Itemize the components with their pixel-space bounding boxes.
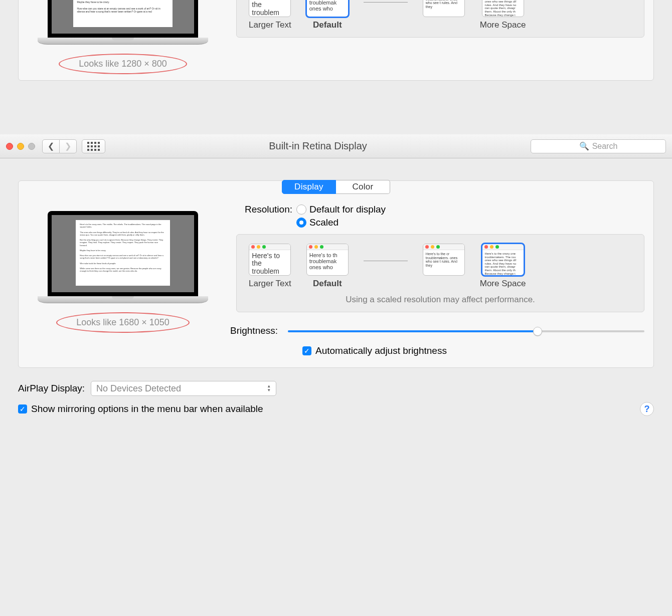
- display-preview: Here's to the crazy ones. The misfits. T…: [48, 0, 198, 45]
- checkbox-mirroring[interactable]: ✓: [18, 404, 27, 414]
- scale-panel: Here's to the troublem Larger Text Here'…: [236, 0, 644, 38]
- scale-panel: Here's to the troublem Larger Text Here'…: [236, 234, 644, 312]
- upper-window-fragment: Here's to the crazy ones. The misfits. T…: [0, 0, 672, 134]
- scale-option-more-1[interactable]: Here's to the cr troublemakers. ones who…: [423, 244, 465, 276]
- window-controls: [6, 143, 35, 150]
- scale-option-more-space[interactable]: Here's to the crazy one troublemakers. T…: [482, 0, 524, 17]
- help-button[interactable]: ?: [640, 402, 654, 416]
- auto-brightness-label: Automatically adjust brightness: [315, 345, 447, 356]
- forward-button: ❯: [60, 139, 77, 153]
- chevron-right-icon: ❯: [65, 141, 71, 151]
- brightness-slider[interactable]: [288, 325, 644, 336]
- radio-default-for-display[interactable]: Default for display: [296, 204, 386, 215]
- search-icon: 🔍: [579, 141, 589, 151]
- scale-option-default[interactable]: Here's to th troublemak ones who: [306, 244, 349, 276]
- radio-scaled[interactable]: Scaled: [296, 217, 386, 228]
- minimize-button[interactable]: [17, 143, 24, 150]
- scale-option-more-space[interactable]: Here's to the crazy one troublemakers. T…: [482, 244, 524, 276]
- checkbox-auto-brightness[interactable]: ✓: [302, 346, 311, 355]
- scale-option-larger-text[interactable]: Here's to the troublem: [249, 244, 291, 276]
- airplay-label: AirPlay Display:: [18, 383, 85, 394]
- search-field[interactable]: 🔍 Search: [531, 139, 666, 153]
- back-button[interactable]: ❮: [42, 139, 60, 153]
- tab-color[interactable]: Color: [336, 180, 390, 194]
- display-preferences-window: ❮ ❯ Built-in Retina Display 🔍 Search Dis…: [0, 134, 672, 422]
- looks-like-text: Looks like 1680 × 1050: [76, 317, 170, 328]
- scale-option-larger-text[interactable]: Here's to the troublem: [249, 0, 291, 17]
- brightness-label: Brightness:: [230, 325, 278, 336]
- close-button[interactable]: [6, 143, 13, 150]
- resolution-label: Resolution:: [230, 204, 292, 215]
- scale-option-more-1[interactable]: Here's to the cr troublemakers. ones who…: [423, 0, 465, 17]
- display-preview: Here's to the crazy ones. The misfits. T…: [48, 211, 198, 303]
- chevron-left-icon: ❮: [48, 141, 54, 151]
- tab-display[interactable]: Display: [282, 180, 336, 194]
- chevron-updown-icon: ▲▼: [267, 384, 271, 392]
- scale-note: Using a scaled resolution may affect per…: [249, 295, 632, 305]
- looks-like-text-top: Looks like 1280 × 800: [79, 59, 167, 69]
- scale-option-default[interactable]: Here's to th troublemak ones who: [306, 0, 349, 17]
- airplay-select[interactable]: No Devices Detected ▲▼: [91, 381, 276, 396]
- grid-icon: [87, 142, 100, 151]
- zoom-button: [28, 143, 35, 150]
- window-title: Built-in Retina Display: [110, 140, 526, 152]
- mirroring-label: Show mirroring options in the menu bar w…: [31, 403, 263, 415]
- show-all-button[interactable]: [82, 139, 105, 153]
